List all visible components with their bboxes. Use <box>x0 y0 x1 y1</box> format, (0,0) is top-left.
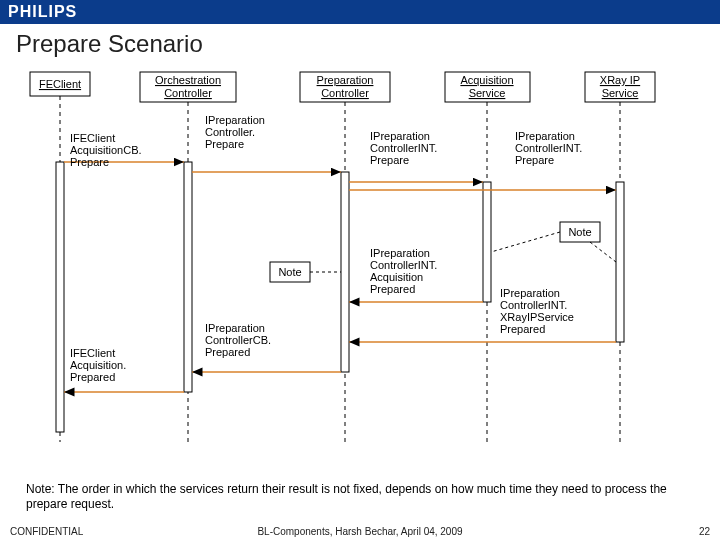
message-label: IFEClient Acquisition. Prepared <box>70 347 129 383</box>
footer-right: 22 <box>699 526 710 537</box>
svg-text:Service: Service <box>602 87 639 99</box>
message-label: IPreparation ControllerCB. Prepared <box>205 322 274 358</box>
svg-text:Note: Note <box>278 266 301 278</box>
activation-bar <box>184 162 192 392</box>
sequence-diagram: FEClient Orchestration Controller Prepar… <box>0 62 720 482</box>
message-label: IPreparation Controller. Prepare <box>205 114 268 150</box>
svg-text:Acquisition: Acquisition <box>460 74 513 86</box>
activation-bar <box>483 182 491 302</box>
brand-bar: PHILIPS <box>0 0 720 24</box>
message-label: IPreparation ControllerINT. Prepare <box>370 130 440 166</box>
svg-text:Service: Service <box>469 87 506 99</box>
footer-center: BL-Components, Harsh Bechar, April 04, 2… <box>0 526 720 537</box>
svg-line-23 <box>491 232 560 252</box>
lifeline-label: FEClient <box>39 78 81 90</box>
note-box: Note <box>491 222 616 262</box>
message-label: IPreparation ControllerINT. XRayIPServic… <box>500 287 577 335</box>
footer: CONFIDENTIAL BL-Components, Harsh Bechar… <box>0 522 720 540</box>
activation-bar <box>616 182 624 342</box>
bottom-note: Note: The order in which the services re… <box>26 482 694 512</box>
message-label: IPreparation ControllerINT. Prepare <box>515 130 585 166</box>
activation-bar <box>56 162 64 432</box>
brand-wordmark: PHILIPS <box>0 0 85 24</box>
svg-text:Note: Note <box>568 226 591 238</box>
svg-line-24 <box>590 242 616 262</box>
activation-bar <box>341 172 349 372</box>
svg-text:Controller: Controller <box>164 87 212 99</box>
svg-text:Controller: Controller <box>321 87 369 99</box>
svg-text:Preparation: Preparation <box>317 74 374 86</box>
svg-text:XRay IP: XRay IP <box>600 74 640 86</box>
message-label: IPreparation ControllerINT. Acquisition … <box>370 247 440 295</box>
note-box: Note <box>270 262 341 282</box>
svg-text:Orchestration: Orchestration <box>155 74 221 86</box>
page-title: Prepare Scenario <box>16 30 704 58</box>
